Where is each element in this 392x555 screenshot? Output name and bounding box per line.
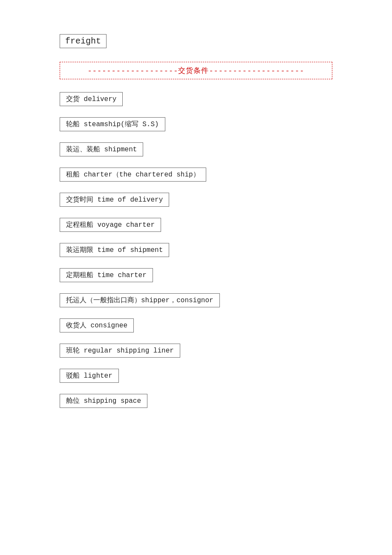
term-row-voyage-charter: 定程租船 voyage charter [60, 218, 332, 241]
terms-list: 交货 delivery轮船 steamship(缩写 S.S)装运、装船 shi… [60, 92, 332, 417]
term-row-shipper-consignor: 托运人（一般指出口商）shipper，consignor [60, 293, 332, 317]
term-item-time-of-shipment: 装运期限 time of shipment [60, 243, 169, 257]
section-divider: -------------------交货条件-----------------… [60, 62, 332, 79]
term-row-delivery: 交货 delivery [60, 92, 332, 116]
term-row-time-of-shipment: 装运期限 time of shipment [60, 243, 332, 266]
term-item-shipping-space: 舱位 shipping space [60, 394, 147, 408]
term-item-charter: 租船 charter（the chartered ship） [60, 168, 206, 182]
term-item-shipment: 装运、装船 shipment [60, 142, 143, 156]
term-row-consignee: 收货人 consignee [60, 318, 332, 342]
term-item-time-charter: 定期租船 time charter [60, 268, 153, 282]
freight-label-container: freight [60, 34, 332, 62]
term-row-steamship: 轮船 steamship(缩写 S.S) [60, 117, 332, 141]
term-row-shipment: 装运、装船 shipment [60, 142, 332, 166]
term-row-liner: 班轮 regular shipping liner [60, 344, 332, 367]
term-item-shipper-consignor: 托运人（一般指出口商）shipper，consignor [60, 293, 220, 307]
term-row-time-of-delivery: 交货时间 time of delivery [60, 193, 332, 216]
term-item-liner: 班轮 regular shipping liner [60, 344, 180, 358]
term-item-time-of-delivery: 交货时间 time of delivery [60, 193, 169, 207]
term-row-lighter: 驳船 lighter [60, 369, 332, 392]
term-row-shipping-space: 舱位 shipping space [60, 394, 332, 417]
freight-label: freight [60, 34, 107, 48]
term-item-lighter: 驳船 lighter [60, 369, 119, 383]
term-item-delivery: 交货 delivery [60, 92, 123, 106]
term-row-time-charter: 定期租船 time charter [60, 268, 332, 292]
term-row-charter: 租船 charter（the chartered ship） [60, 168, 332, 191]
term-item-voyage-charter: 定程租船 voyage charter [60, 218, 161, 232]
term-item-steamship: 轮船 steamship(缩写 S.S) [60, 117, 165, 131]
term-item-consignee: 收货人 consignee [60, 318, 134, 332]
